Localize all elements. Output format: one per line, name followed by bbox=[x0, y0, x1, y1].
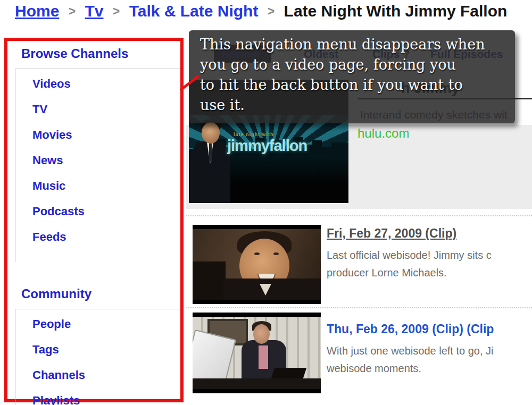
show-logo-large-text: jimmyfallon bbox=[227, 137, 307, 155]
video-thumbnail-feb27[interactable] bbox=[193, 225, 321, 304]
breadcrumb-separator: > bbox=[64, 4, 80, 18]
breadcrumb-separator: > bbox=[108, 4, 124, 18]
video-description-feb27: Last official webisode! Jimmy sits c pro… bbox=[327, 247, 532, 282]
sidebar-item-channels[interactable]: Channels bbox=[32, 369, 180, 381]
jimmy-face bbox=[253, 324, 270, 344]
host-face bbox=[202, 122, 220, 144]
sidebar-item-movies[interactable]: Movies bbox=[32, 129, 180, 141]
jimmy-eye bbox=[273, 252, 279, 255]
video-title-link-feb27[interactable]: Fri, Feb 27, 2009 (Clip) bbox=[327, 226, 532, 241]
sidebar-section-title-community: Community bbox=[21, 286, 180, 301]
desk bbox=[193, 378, 321, 389]
breadcrumb-current-page: Late Night With Jimmy Fallon bbox=[284, 2, 508, 20]
video-title-link-feb26[interactable]: Thu, Feb 26, 2009 (Clip) (Clip bbox=[327, 322, 532, 336]
sidebar-item-people[interactable]: People bbox=[32, 318, 180, 330]
breadcrumb: Home > Tv > Talk & Late Night > Late Nig… bbox=[15, 2, 532, 20]
tooltip-text-line: you go to a video page, forcing you bbox=[200, 55, 515, 75]
video-thumbnail-feb26[interactable] bbox=[193, 313, 321, 393]
sidebar-item-music[interactable]: Music bbox=[32, 180, 180, 192]
list-separator bbox=[186, 215, 532, 216]
list-separator bbox=[186, 307, 532, 308]
description-line: webisode moments. bbox=[327, 360, 532, 377]
description-line: producer Lorne Michaels. bbox=[327, 264, 532, 282]
tooltip-text-line: This navigation menu disappears when bbox=[200, 35, 515, 55]
background-furniture bbox=[193, 261, 226, 300]
jimmy-suit bbox=[223, 279, 321, 300]
tooltip-text-line: to hit the back button if you want to bbox=[200, 75, 515, 95]
jimmy-shirt bbox=[259, 345, 268, 369]
hulu-source-link[interactable]: hulu.com bbox=[358, 126, 409, 141]
sidebar-item-news[interactable]: News bbox=[32, 155, 180, 166]
sidebar-item-podcasts[interactable]: Podcasts bbox=[32, 206, 180, 217]
sidebar-section-title-browse-channels: Browse Channels bbox=[21, 46, 180, 61]
breadcrumb-link-tv[interactable]: Tv bbox=[85, 2, 103, 20]
annotation-tooltip: This navigation menu disappears when you… bbox=[189, 30, 515, 123]
community-menu: People Tags Channels Playlists bbox=[15, 309, 180, 405]
jimmy-eye bbox=[254, 252, 260, 255]
sidebar-item-tv[interactable]: TV bbox=[32, 104, 180, 115]
description-line: Last official webisode! Jimmy sits c bbox=[327, 247, 532, 264]
show-promo-art: late night with jimmyfallon bbox=[189, 115, 348, 203]
tooltip-text-line: use it. bbox=[200, 95, 515, 115]
breadcrumb-link-home[interactable]: Home bbox=[15, 2, 59, 20]
sidebar-item-feeds[interactable]: Feeds bbox=[32, 231, 180, 243]
sidebar-item-tags[interactable]: Tags bbox=[32, 344, 180, 356]
host-figure bbox=[189, 115, 230, 203]
sidebar-item-videos[interactable]: Videos bbox=[32, 78, 180, 90]
video-still-jimmy-smiling bbox=[193, 229, 321, 300]
show-logo-small-text: late night with bbox=[234, 132, 274, 137]
sidebar-item-playlists[interactable]: Playlists bbox=[32, 395, 180, 405]
breadcrumb-separator: > bbox=[263, 4, 279, 18]
description-line: With just one webisode left to go, Ji bbox=[327, 342, 532, 360]
host-tie bbox=[209, 144, 212, 162]
page: Home > Tv > Talk & Late Night > Late Nig… bbox=[0, 0, 532, 405]
breadcrumb-link-talk-late-night[interactable]: Talk & Late Night bbox=[129, 2, 259, 20]
browse-channels-menu: Videos TV Movies News Music Podcasts Fee… bbox=[15, 69, 180, 262]
video-still-jimmy-office bbox=[193, 317, 321, 389]
annotation-red-rectangle: Browse Channels Videos TV Movies News Mu… bbox=[4, 38, 184, 402]
video-description-feb26: With just one webisode left to go, Ji we… bbox=[327, 342, 532, 377]
